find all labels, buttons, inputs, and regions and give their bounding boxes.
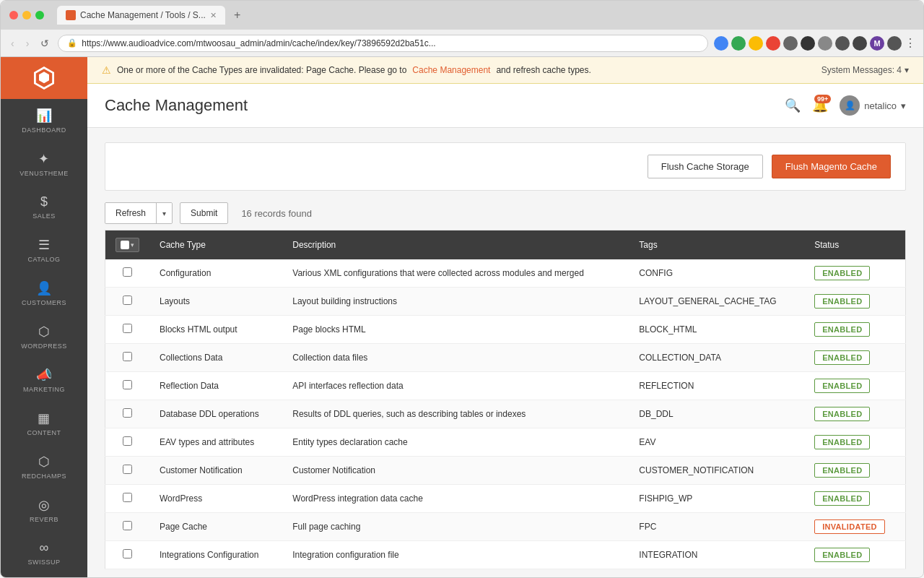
cache-type-cell: Database DDL operations (149, 400, 282, 428)
user-menu[interactable]: 👤 netalico ▾ (840, 95, 906, 116)
close-button[interactable] (9, 11, 18, 20)
tab-close-icon[interactable]: ✕ (210, 11, 217, 20)
table-row: Blocks HTML output Page blocks HTML BLOC… (105, 316, 906, 344)
row-checkbox-2[interactable] (123, 324, 132, 333)
row-checkbox-6[interactable] (123, 436, 132, 446)
sidebar-item-customers[interactable]: 👤 CUSTOMERS (14, 272, 74, 315)
description-cell: Entity types declaration cache (282, 428, 629, 457)
row-checkbox-cell[interactable] (105, 316, 150, 344)
row-checkbox-0[interactable] (123, 267, 132, 277)
banner-text-after: and refresh cache types. (496, 65, 590, 75)
description-cell: Layout building instructions (282, 288, 629, 316)
sidebar-item-redchamps[interactable]: ⬡ REDCHAMPS (14, 445, 74, 488)
sidebar-item-catalog[interactable]: ☰ CATALOG (14, 228, 74, 272)
tab-bar: Cache Management / Tools / S... ✕ + (57, 6, 246, 25)
minimize-button[interactable] (22, 11, 31, 20)
notification-count: 99+ (814, 95, 831, 103)
description-cell: Customer Notification (282, 457, 629, 485)
status-cell: ENABLED (804, 428, 905, 457)
browser-menu-icon[interactable]: ⋮ (905, 36, 916, 50)
row-checkbox-8[interactable] (123, 493, 132, 502)
cache-type-cell: Integrations Configuration (149, 541, 282, 569)
refresh-dropdown-button[interactable]: ▾ (157, 203, 172, 223)
sidebar-item-sales[interactable]: $ SALES (14, 186, 74, 228)
refresh-button[interactable]: Refresh (105, 203, 157, 223)
table-row: Layouts Layout building instructions LAY… (105, 288, 906, 316)
flush-cache-storage-button[interactable]: Flush Cache Storage (648, 155, 763, 178)
row-checkbox-3[interactable] (123, 352, 132, 361)
sidebar-item-swissup[interactable]: ∞ SWISSUP (14, 532, 74, 574)
row-checkbox-10[interactable] (123, 549, 132, 558)
page-body: Flush Cache Storage Flush Magento Cache … (87, 128, 923, 577)
row-checkbox-cell[interactable] (105, 485, 150, 513)
reverb-icon: ◎ (38, 497, 50, 513)
submit-button[interactable]: Submit (180, 202, 228, 224)
row-checkbox-cell[interactable] (105, 513, 150, 541)
forward-button[interactable]: › (23, 35, 32, 52)
notification-banner: ⚠ One or more of the Cache Types are inv… (87, 57, 923, 84)
row-checkbox-9[interactable] (123, 521, 132, 530)
search-button[interactable]: 🔍 (785, 98, 801, 113)
sidebar-item-wordpress[interactable]: ⬡ WORDPRESS (14, 315, 74, 358)
row-checkbox-cell[interactable] (105, 457, 150, 485)
cache-type-header: Cache Type (149, 230, 282, 260)
status-cell: ENABLED (804, 485, 905, 513)
row-checkbox-4[interactable] (123, 380, 132, 389)
user-dropdown-icon: ▾ (901, 100, 906, 111)
sidebar-item-dashboard[interactable]: 📊 DASHBOARD (14, 99, 74, 142)
row-checkbox-cell[interactable] (105, 541, 150, 569)
sidebar-item-venustheme[interactable]: ✦ VENUSTHEME (14, 142, 74, 186)
traffic-lights (9, 11, 44, 20)
row-checkbox-1[interactable] (123, 296, 132, 305)
row-checkbox-cell[interactable] (105, 344, 150, 372)
sidebar-item-content[interactable]: ▦ CONTENT (14, 402, 74, 445)
flush-magento-cache-button[interactable]: Flush Magento Cache (772, 155, 891, 178)
cache-type-cell: WordPress (149, 485, 282, 513)
maximize-button[interactable] (35, 11, 44, 20)
chevron-down-icon: ▾ (905, 65, 909, 75)
table-row: Reflection Data API interfaces reflectio… (105, 372, 906, 400)
system-messages[interactable]: System Messages: 4 ▾ (821, 65, 909, 75)
cache-type-cell: Configuration (149, 259, 282, 288)
cache-type-cell: EAV types and attributes (149, 428, 282, 457)
row-checkbox-cell[interactable] (105, 372, 150, 400)
table-row: Integrations Configuration Integration c… (105, 541, 906, 569)
sales-icon: $ (40, 194, 48, 210)
row-checkbox-cell[interactable] (105, 259, 150, 288)
table-row: Collections Data Collection data files C… (105, 344, 906, 372)
cache-management-link[interactable]: Cache Management (412, 65, 490, 75)
sidebar-item-marketing[interactable]: 📣 MARKETING (14, 358, 74, 402)
wordpress-icon: ⬡ (38, 324, 50, 340)
url-text: https://www.audioadvice.com/mtwoosau_adm… (82, 38, 435, 48)
active-tab[interactable]: Cache Management / Tools / S... ✕ (57, 6, 225, 25)
row-checkbox-cell[interactable] (105, 428, 150, 457)
row-checkbox-5[interactable] (123, 408, 132, 418)
action-bar: Flush Cache Storage Flush Magento Cache (105, 142, 906, 191)
status-badge: INVALIDATED (814, 519, 885, 534)
lock-icon: 🔒 (67, 38, 77, 48)
select-all-header[interactable]: ▾ (105, 230, 150, 260)
status-badge: ENABLED (814, 322, 870, 337)
magento-logo-icon (31, 65, 57, 91)
tags-cell: LAYOUT_GENERAL_CACHE_TAG (629, 288, 804, 316)
table-row: EAV types and attributes Entity types de… (105, 428, 906, 457)
redchamps-icon: ⬡ (38, 454, 50, 470)
reload-button[interactable]: ↺ (38, 35, 52, 52)
tags-cell: CONFIG (629, 259, 804, 288)
sidebar-logo[interactable] (1, 57, 87, 99)
table-row: Page Cache Full page caching FPC INVALID… (105, 513, 906, 541)
table-row: WordPress WordPress integration data cac… (105, 485, 906, 513)
row-checkbox-cell[interactable] (105, 288, 150, 316)
sidebar-label-venustheme: VENUSTHEME (19, 170, 69, 177)
address-bar[interactable]: 🔒 https://www.audioadvice.com/mtwoosau_a… (58, 35, 708, 52)
row-checkbox-cell[interactable] (105, 400, 150, 428)
back-button[interactable]: ‹ (8, 35, 17, 52)
table-row: Configuration Various XML configurations… (105, 259, 906, 288)
row-checkbox-7[interactable] (123, 465, 132, 474)
sidebar-item-reverb[interactable]: ◎ REVERB (14, 488, 74, 532)
new-tab-button[interactable]: + (228, 6, 246, 25)
status-badge: ENABLED (814, 491, 870, 506)
notifications-button[interactable]: 🔔 99+ (812, 98, 828, 113)
cache-type-cell: Layouts (149, 288, 282, 316)
tab-favicon (66, 10, 76, 20)
